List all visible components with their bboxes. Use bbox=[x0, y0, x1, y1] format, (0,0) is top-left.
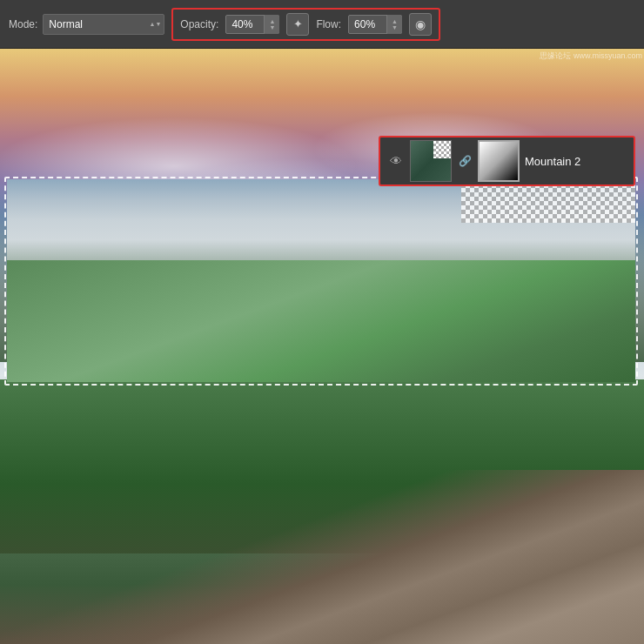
mode-select[interactable]: Normal Multiply Screen Overlay Soft Ligh… bbox=[43, 14, 164, 35]
eye-icon: 👁 bbox=[390, 154, 402, 168]
mode-select-wrapper[interactable]: Normal Multiply Screen Overlay Soft Ligh… bbox=[43, 14, 164, 35]
rocks-overlay bbox=[0, 470, 644, 644]
layer-name: Mountain 2 bbox=[525, 155, 627, 168]
airbrush-button[interactable]: ✦ bbox=[286, 13, 309, 36]
toolbar: Mode: Normal Multiply Screen Overlay Sof… bbox=[0, 0, 644, 49]
layer-thumb-checker bbox=[433, 141, 451, 158]
inner-photo-layer bbox=[7, 179, 635, 382]
layer-link-icon[interactable]: 🔗 bbox=[457, 153, 473, 169]
inner-photo-hills bbox=[7, 260, 635, 382]
layer-visibility-toggle[interactable]: 👁 bbox=[387, 152, 405, 170]
mode-group: Mode: Normal Multiply Screen Overlay Sof… bbox=[9, 14, 164, 35]
airbrush-icon: ✦ bbox=[293, 17, 303, 30]
canvas-area: 👁 🔗 Mountain 2 思缘论坛 www.missyuan.com bbox=[0, 49, 644, 644]
mode-label: Mode: bbox=[9, 18, 37, 30]
flow-input-group: ▲▼ bbox=[348, 15, 402, 34]
layer-thumbnail[interactable] bbox=[410, 140, 452, 182]
flow-label: Flow: bbox=[316, 18, 341, 30]
layer-panel: 👁 🔗 Mountain 2 bbox=[379, 136, 635, 186]
link-icon: 🔗 bbox=[459, 155, 472, 167]
spray-icon: ◉ bbox=[415, 17, 426, 31]
opacity-label: Opacity: bbox=[180, 18, 218, 30]
brush-controls-group: Opacity: ▲▼ ✦ Flow: ▲▼ ◉ bbox=[171, 8, 440, 41]
spray-button[interactable]: ◉ bbox=[409, 13, 432, 36]
opacity-input-group: ▲▼ bbox=[225, 15, 279, 34]
watermark-text: 思缘论坛 www.missyuan.com bbox=[540, 51, 642, 60]
layer-mask-thumbnail[interactable] bbox=[478, 140, 520, 182]
watermark: 思缘论坛 www.missyuan.com bbox=[540, 50, 642, 62]
flow-arrows[interactable]: ▲▼ bbox=[386, 15, 402, 34]
opacity-arrows[interactable]: ▲▼ bbox=[264, 15, 279, 34]
